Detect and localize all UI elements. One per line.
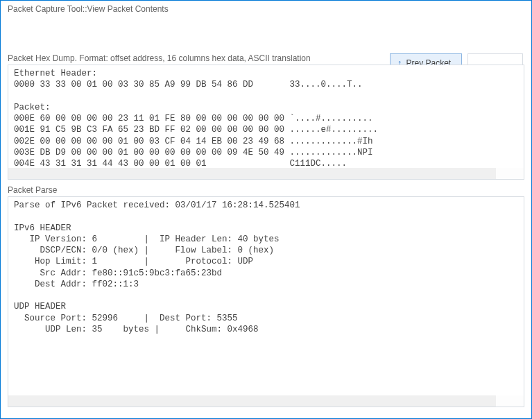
scroll-track: [8, 395, 524, 407]
hex-hscrollbar[interactable]: [8, 168, 524, 179]
parse-panel: Parse of IPv6 Packet received: 03/01/17 …: [8, 196, 524, 407]
hex-dump-panel: Ethernet Header: 0000 33 33 00 01 00 03 …: [8, 65, 524, 180]
parse-content[interactable]: Parse of IPv6 Packet received: 03/01/17 …: [8, 197, 524, 395]
parse-hscrollbar[interactable]: [8, 395, 524, 407]
scroll-thumb[interactable]: [496, 395, 524, 407]
window-title: Packet Capture Tool::View Packet Content…: [1, 1, 531, 15]
parse-header: Packet Parse: [8, 185, 524, 195]
hex-dump-content[interactable]: Ethernet Header: 0000 33 33 00 01 00 03 …: [8, 65, 524, 168]
scroll-track: [8, 168, 524, 179]
scroll-thumb[interactable]: [496, 168, 524, 179]
